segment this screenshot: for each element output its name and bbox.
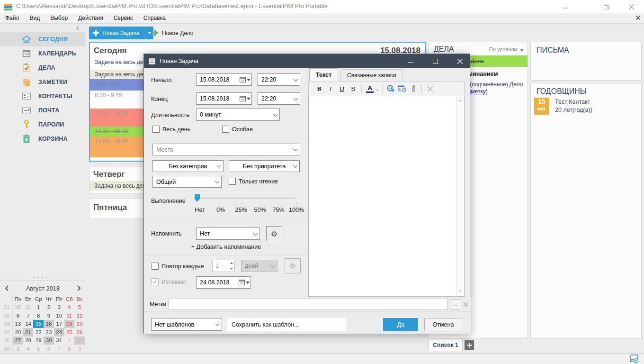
sidebar-item-contacts[interactable]: КОНТАКТЫ (0, 89, 86, 103)
spinner-up-icon[interactable] (228, 260, 234, 266)
sync-status-icon[interactable] (629, 355, 639, 364)
calendar-day[interactable]: 7 (54, 345, 64, 353)
chevron-down-icon[interactable] (291, 93, 300, 104)
chevron-down-icon[interactable] (271, 109, 279, 120)
calendar-day[interactable]: 16 (44, 320, 54, 328)
calendar-day[interactable]: 18 (64, 320, 75, 328)
close-icon[interactable] (620, 0, 642, 13)
sidebar-item-mail[interactable]: ПОЧТА (0, 103, 86, 118)
new-todo-button[interactable]: Новое Дело (152, 27, 193, 39)
calendar-day[interactable]: 28 (23, 337, 34, 345)
sidebar-item-notes[interactable]: ЗАМЕТКИ (0, 75, 86, 89)
tags-clear-icon[interactable] (463, 300, 468, 309)
tab-related-records[interactable]: Связанные записи (340, 69, 403, 81)
calendar-day[interactable]: 22 (33, 328, 44, 337)
menu-item-5[interactable]: Справка (138, 13, 171, 23)
calendar-day[interactable]: 13 (13, 320, 23, 328)
calendar-day[interactable]: 26 (74, 328, 85, 337)
dialog-maximize-icon[interactable] (424, 54, 446, 68)
calendar-day[interactable]: 24 (54, 328, 64, 337)
readonly-checkbox[interactable]: Только чтение (229, 178, 278, 185)
calendar-day[interactable]: 12 (74, 311, 85, 320)
font-color-button[interactable]: A (364, 83, 376, 94)
calendar-day[interactable]: 14 (23, 320, 34, 328)
restore-icon[interactable] (596, 0, 617, 13)
menu-item-0[interactable]: Файл (0, 13, 25, 23)
strikethrough-button[interactable]: S (348, 83, 359, 94)
calendar-day[interactable]: 8 (64, 345, 75, 353)
datepicker-icon[interactable] (240, 77, 250, 82)
task-notes-editor[interactable] (308, 96, 465, 297)
reminder-settings-button[interactable]: ⚙ (266, 226, 282, 241)
dialog-titlebar[interactable]: Новая Задача (144, 54, 470, 68)
ok-button[interactable]: Да (383, 318, 418, 331)
chevron-down-icon[interactable] (291, 74, 300, 85)
completion-slider[interactable] (197, 197, 295, 199)
calendar-day[interactable]: 20 (13, 328, 23, 337)
calendar-day[interactable]: 9 (44, 311, 54, 320)
spinner-down-icon[interactable] (228, 266, 234, 272)
editor-scrollbar[interactable] (456, 97, 464, 296)
calendar-day[interactable]: 8 (33, 311, 44, 320)
all-day-checkbox[interactable]: Весь день (152, 126, 190, 133)
tags-browse-button[interactable]: ... (450, 299, 460, 309)
calendar-day[interactable]: 29 (33, 337, 44, 345)
duration-select[interactable]: 0 минут (196, 109, 280, 121)
repeat-checkbox[interactable]: Повтор каждые (152, 263, 204, 270)
menu-item-4[interactable]: Сервис (108, 13, 138, 23)
scroll-down-icon[interactable] (458, 289, 462, 292)
calendar-day[interactable]: 25 (64, 328, 75, 337)
add-list-button[interactable] (465, 340, 474, 350)
calendar-day[interactable]: 4 (64, 303, 75, 312)
minimize-icon[interactable] (555, 0, 576, 13)
category-select[interactable]: Без категории (152, 160, 224, 172)
repeat-interval-spinner[interactable]: 1 (212, 260, 235, 272)
chevron-down-icon[interactable] (291, 144, 300, 155)
location-input[interactable]: Место (152, 144, 300, 155)
calendar-day[interactable]: 9 (74, 345, 85, 353)
priority-select[interactable]: Без приоритета (229, 160, 300, 172)
calendar-day[interactable]: 10 (54, 311, 64, 320)
calendar-day[interactable]: 30 (44, 337, 54, 345)
sidebar-collapse-icon[interactable] (76, 26, 80, 32)
start-date-input[interactable]: 15.08.2018 (196, 73, 252, 86)
datepicker-icon[interactable] (239, 280, 250, 285)
dialog-minimize-icon[interactable] (400, 54, 421, 68)
calendar-day[interactable]: 4 (23, 345, 34, 353)
save-template-button[interactable]: Сохранить как шаблон... (227, 318, 346, 331)
calendar-day[interactable]: 7 (23, 311, 34, 320)
sidebar-item-todos[interactable]: ДЕЛА (0, 61, 86, 75)
dialog-close-icon[interactable] (449, 54, 471, 68)
menubar-close-icon[interactable] (636, 14, 640, 21)
cancel-button[interactable]: Отмена (424, 318, 462, 331)
end-time-input[interactable]: 22:20 (258, 92, 300, 105)
menu-item-2[interactable]: Выбор (45, 13, 73, 23)
menu-item-3[interactable]: Действия (73, 13, 108, 23)
sidebar-item-passwords[interactable]: ПАРОЛИ (0, 118, 86, 132)
calendar-day[interactable]: 23 (44, 328, 54, 337)
calendar-prev-icon[interactable] (5, 284, 9, 292)
calendar-day[interactable]: 11 (64, 311, 75, 320)
calendar-day[interactable]: 6 (44, 345, 54, 353)
calendar-day[interactable]: 30 (13, 303, 23, 312)
calendar-day[interactable]: 3 (13, 345, 23, 353)
add-reminder-link[interactable]: + Добавить напоминание (144, 244, 308, 250)
remind-select[interactable]: Нет (196, 228, 260, 240)
special-checkbox[interactable]: Особая (222, 126, 253, 133)
calendar-day[interactable]: 27 (13, 337, 23, 345)
calendar-day[interactable]: 2 (44, 303, 54, 312)
chevron-down-icon[interactable] (213, 176, 221, 187)
end-date-input[interactable]: 15.08.2018 (196, 92, 252, 105)
calendar-day[interactable]: 31 (23, 303, 34, 312)
completion-slider-thumb[interactable] (195, 194, 200, 202)
datepicker-icon[interactable] (240, 96, 250, 101)
chevron-down-icon[interactable] (291, 160, 299, 172)
attach-file-icon[interactable] (408, 83, 419, 94)
tab-list1[interactable]: Список 1 (429, 339, 463, 351)
expires-checkbox[interactable]: ✓Истекает (152, 278, 187, 285)
calendar-day[interactable]: 6 (13, 311, 23, 320)
calendar-day[interactable]: 17 (54, 320, 64, 328)
splitter-handle[interactable] (33, 277, 52, 278)
calendar-day[interactable]: 5 (33, 345, 44, 353)
menu-item-1[interactable]: Вид (25, 13, 45, 23)
